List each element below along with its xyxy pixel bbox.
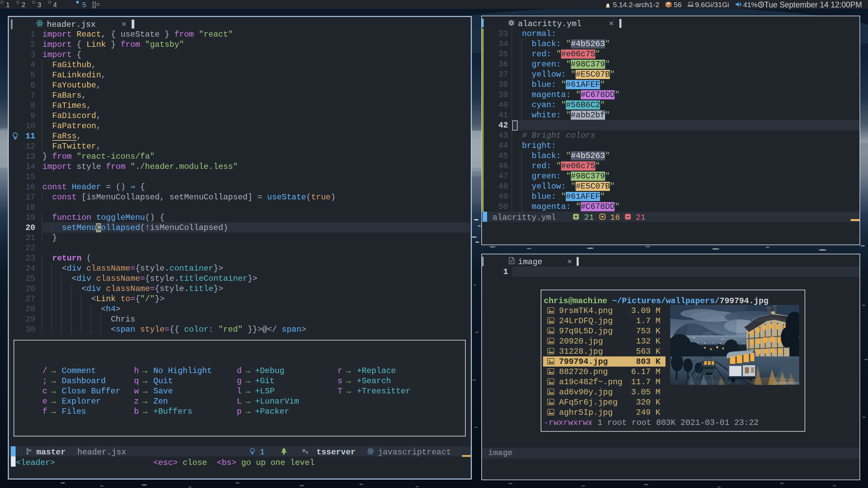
svg-text:www.DesktopBackground.org: www.DesktopBackground.org xyxy=(776,382,799,384)
